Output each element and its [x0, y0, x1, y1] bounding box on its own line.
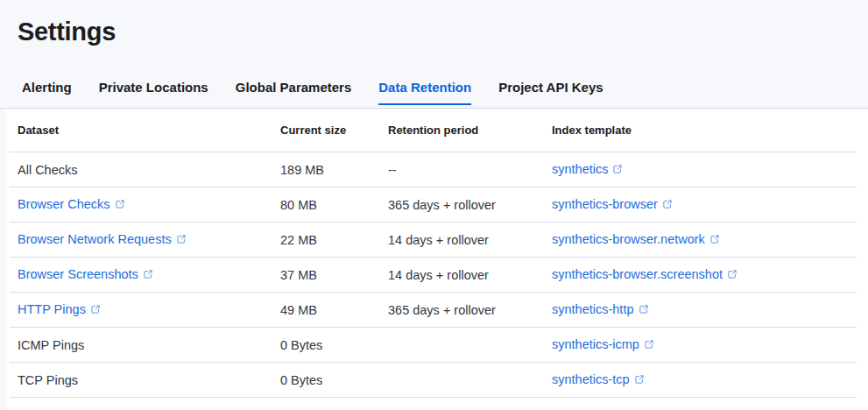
dataset-label: TCP Pings	[18, 373, 78, 387]
external-link-icon	[143, 268, 153, 282]
retention-period-value: 365 days + rollover	[388, 303, 552, 317]
external-link-icon	[639, 303, 649, 317]
page-header: Settings Alerting Private Locations Glob…	[0, 0, 868, 109]
dataset-link[interactable]: Browser Network Requests	[18, 232, 172, 246]
external-link-icon	[727, 268, 737, 282]
dataset-link[interactable]: HTTP Pings	[18, 302, 86, 316]
retention-period-value: --	[388, 163, 552, 177]
dataset-link[interactable]: Browser Checks	[18, 197, 110, 211]
index-template-link[interactable]: synthetics-http	[552, 302, 634, 316]
table-row: TCP Pings 0 Bytes synthetics-tcp	[10, 363, 857, 398]
current-size-value: 37 MB	[280, 268, 388, 282]
table-row: All Checks 189 MB -- synthetics	[10, 152, 857, 187]
data-retention-table: Dataset Current size Retention period In…	[10, 109, 857, 398]
current-size-value: 189 MB	[280, 163, 388, 177]
external-link-icon	[709, 233, 720, 247]
table-row: Browser Checks 80 MB 365 days + rollover…	[10, 187, 857, 223]
column-header-index-template: Index template	[552, 124, 857, 137]
retention-period-value: 365 days + rollover	[388, 198, 552, 212]
tab-bar: Alerting Private Locations Global Parame…	[22, 80, 603, 108]
current-size-value: 0 Bytes	[280, 338, 388, 352]
index-template-link[interactable]: synthetics-browser	[552, 197, 658, 211]
tab-alerting[interactable]: Alerting	[22, 80, 72, 105]
tab-project-api-keys[interactable]: Project API Keys	[498, 80, 603, 105]
retention-period-value: 14 days + rollover	[388, 233, 552, 247]
index-template-link[interactable]: synthetics-browser.network	[552, 232, 705, 246]
external-link-icon	[662, 198, 673, 212]
tab-private-locations[interactable]: Private Locations	[99, 80, 208, 105]
current-size-value: 49 MB	[280, 303, 388, 317]
index-template-link[interactable]: synthetics-tcp	[552, 372, 630, 386]
external-link-icon	[115, 198, 125, 212]
column-header-retention-period: Retention period	[388, 124, 552, 137]
current-size-value: 0 Bytes	[280, 373, 388, 387]
page-title: Settings	[0, 0, 868, 46]
current-size-value: 22 MB	[280, 233, 388, 247]
current-size-value: 80 MB	[280, 198, 388, 212]
tab-global-parameters[interactable]: Global Parameters	[236, 80, 352, 105]
index-template-link[interactable]: synthetics-icmp	[552, 337, 639, 351]
column-header-current-size: Current size	[280, 124, 388, 137]
external-link-icon	[634, 373, 645, 387]
column-header-dataset: Dataset	[10, 124, 280, 137]
table-row: Browser Screenshots 37 MB 14 days + roll…	[10, 258, 857, 293]
dataset-label: All Checks	[18, 163, 78, 177]
external-link-icon	[176, 233, 187, 247]
external-link-icon	[612, 163, 623, 177]
dataset-link[interactable]: Browser Screenshots	[18, 267, 138, 281]
tab-data-retention[interactable]: Data Retention	[378, 80, 471, 105]
index-template-link[interactable]: synthetics	[552, 162, 608, 176]
retention-period-value: 14 days + rollover	[388, 268, 552, 282]
table-row: HTTP Pings 49 MB 365 days + rollover syn…	[10, 293, 857, 328]
table-row: ICMP Pings 0 Bytes synthetics-icmp	[10, 328, 857, 363]
table-row: Browser Network Requests 22 MB 14 days +…	[10, 223, 857, 258]
table-header-row: Dataset Current size Retention period In…	[10, 109, 857, 152]
external-link-icon	[90, 303, 101, 317]
external-link-icon	[644, 338, 654, 352]
index-template-link[interactable]: synthetics-browser.screenshot	[552, 267, 723, 281]
dataset-label: ICMP Pings	[18, 338, 84, 352]
